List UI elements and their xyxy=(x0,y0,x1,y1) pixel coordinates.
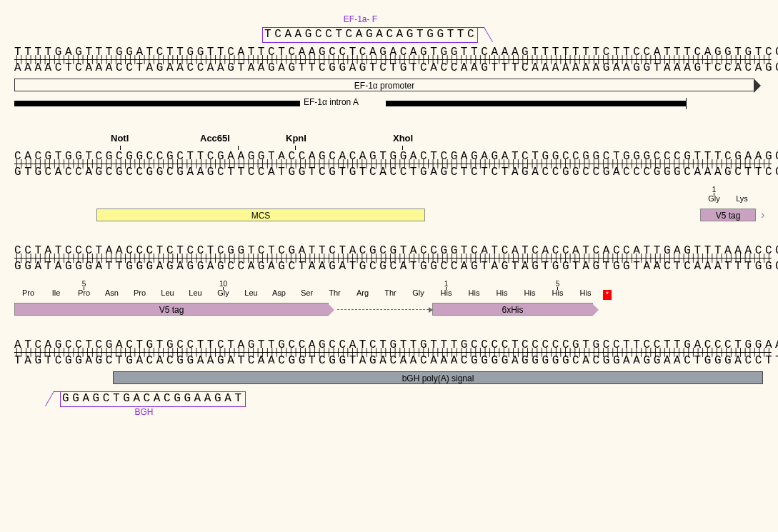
enzyme-acc65I: Acc65I xyxy=(200,133,230,144)
aa-leu-6: Leu xyxy=(181,288,209,297)
aa-his-17: His xyxy=(488,288,516,297)
sequence-block-2: NotI Acc65I KpnI XhoI CACGTGGTCGCGGCCGCT… xyxy=(14,133,764,223)
primer-ef1a-f-label: EF-1a- F xyxy=(262,14,459,24)
aa-lys: Lys xyxy=(728,194,756,203)
enzyme-kpnI: KpnI xyxy=(286,133,306,144)
6xhis-tag-feature: 6xHis xyxy=(432,303,593,316)
continuation-arrow-icon: › xyxy=(761,209,764,221)
ef1a-promoter-feature: EF-1α promoter xyxy=(14,79,754,91)
aa-pro-4: Pro xyxy=(126,288,154,297)
mcs-feature: MCS xyxy=(96,209,425,221)
ef1a-intron-feature xyxy=(14,101,300,106)
sequence-block-1: EF-1a- F TCAAGCCTCAGACAGTGGTTC TTTTGAGTT… xyxy=(14,14,764,111)
seq-bottom-2: GTGCACCAGCGCCGGCGAAGCTTCCATGGTCGTGTCACCT… xyxy=(14,166,764,179)
ef1a-intron-label: EF-1α intron A xyxy=(304,97,359,107)
enzyme-xhoI: XhoI xyxy=(393,133,413,144)
enzyme-notI: NotI xyxy=(111,133,129,144)
seq-bottom-4: TAGTCGGAGCTGACACGGAAGATCAACGGTCGGTAGACAA… xyxy=(14,354,764,367)
aa-his-20: His xyxy=(572,288,599,297)
aa-leu-8: Leu xyxy=(237,288,265,297)
aa-translation-row: ProIleProAsnProLeuLeuGlyLeuAspSerThrArgT… xyxy=(14,288,764,300)
sequence-block-4: ATCAGCCTCGACTGTGCCTTCTAGTTGCCAGCCATCTGTT… xyxy=(14,338,764,420)
primer-ef1a-f-seq: TCAAGCCTCAGACAGTGGTTC xyxy=(262,27,478,43)
stop-codon: * xyxy=(603,290,612,300)
seq-bottom-1: AAAACTCAAACCTAGAACCAAGTAAGAGTTCGGAGTCTGT… xyxy=(14,61,764,74)
aa-number-row: 5 10 1 5 xyxy=(14,280,764,288)
aa-asp-9: Asp xyxy=(265,288,293,297)
aa-gly: Gly xyxy=(700,194,728,203)
aa-his-15: His xyxy=(432,288,460,297)
aa-his-18: His xyxy=(516,288,544,297)
aa-thr-13: Thr xyxy=(376,288,404,297)
aa-ile-1: Ile xyxy=(42,288,70,297)
primer-bgh-seq: GGAGCTGACACGGAAGAT xyxy=(60,391,246,407)
aa-his-19: His xyxy=(544,288,572,297)
primer-bgh-label: BGH xyxy=(60,407,228,417)
sequence-block-3: CCTATCCCTAACCCTCTCCTCGGTCTCGATTCTACGCGTA… xyxy=(14,244,764,317)
aa-thr-11: Thr xyxy=(321,288,349,297)
aa-gly-7: Gly xyxy=(209,288,237,297)
linker-arrow-icon xyxy=(337,309,429,310)
aa-asn-3: Asn xyxy=(98,288,126,297)
aa-ser-10: Ser xyxy=(293,288,321,297)
aa-pro-2: Pro xyxy=(70,288,98,297)
bgh-polya-feature: bGH poly(A) signal xyxy=(113,371,763,384)
aa-his-16: His xyxy=(460,288,488,297)
aa-arg-12: Arg xyxy=(349,288,376,297)
aa-leu-5: Leu xyxy=(154,288,181,297)
aa-gly-14: Gly xyxy=(404,288,432,297)
seq-bottom-3: GGATAGGGATTGGGAGAGGAGCCAGAGCTAAGATGCGCAT… xyxy=(14,260,764,273)
v5-tag-feature: V5 tag xyxy=(14,303,329,316)
v5-tag-feature-start: V5 tag xyxy=(700,209,756,221)
aa-pro-0: Pro xyxy=(14,288,42,297)
